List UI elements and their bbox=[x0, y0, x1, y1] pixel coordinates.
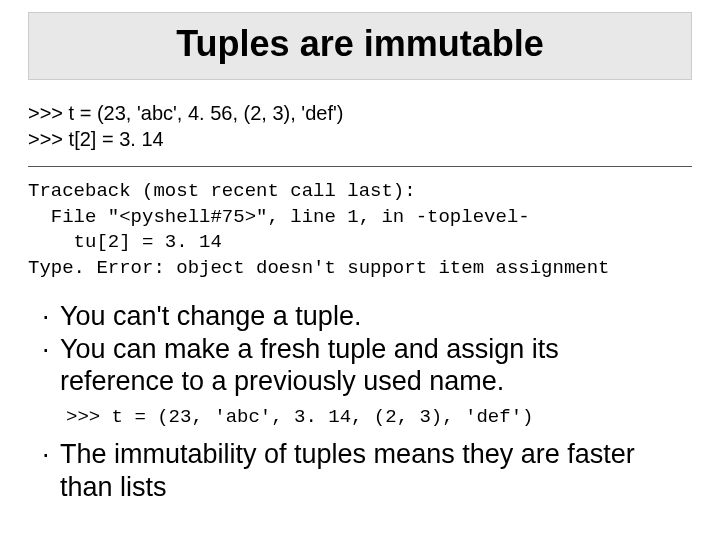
bullet-dot-icon: · bbox=[42, 438, 60, 471]
bullet-list-2: ·The immutability of tuples means they a… bbox=[42, 438, 692, 504]
repl-input-block: >>> t = (23, 'abc', 4. 56, (2, 3), 'def'… bbox=[28, 100, 692, 152]
bullet-text-3: The immutability of tuples means they ar… bbox=[60, 438, 680, 504]
bullet-item-2: ·You can make a fresh tuple and assign i… bbox=[42, 333, 692, 399]
slide-title: Tuples are immutable bbox=[37, 23, 683, 65]
example-code-line: >>> t = (23, 'abc', 3. 14, (2, 3), 'def'… bbox=[66, 406, 692, 428]
divider-line bbox=[28, 166, 692, 167]
bullet-list: ·You can't change a tuple. ·You can make… bbox=[42, 300, 692, 399]
bullet-dot-icon: · bbox=[42, 333, 60, 366]
bullet-dot-icon: · bbox=[42, 300, 60, 333]
bullet-item-1: ·You can't change a tuple. bbox=[42, 300, 692, 333]
repl-line-2: >>> t[2] = 3. 14 bbox=[28, 126, 692, 152]
bullet-text-1: You can't change a tuple. bbox=[60, 300, 680, 333]
bullet-text-2: You can make a fresh tuple and assign it… bbox=[60, 333, 680, 399]
bullet-item-3: ·The immutability of tuples means they a… bbox=[42, 438, 692, 504]
title-banner: Tuples are immutable bbox=[28, 12, 692, 80]
repl-line-1: >>> t = (23, 'abc', 4. 56, (2, 3), 'def'… bbox=[28, 100, 692, 126]
traceback-output: Traceback (most recent call last): File … bbox=[28, 179, 692, 282]
